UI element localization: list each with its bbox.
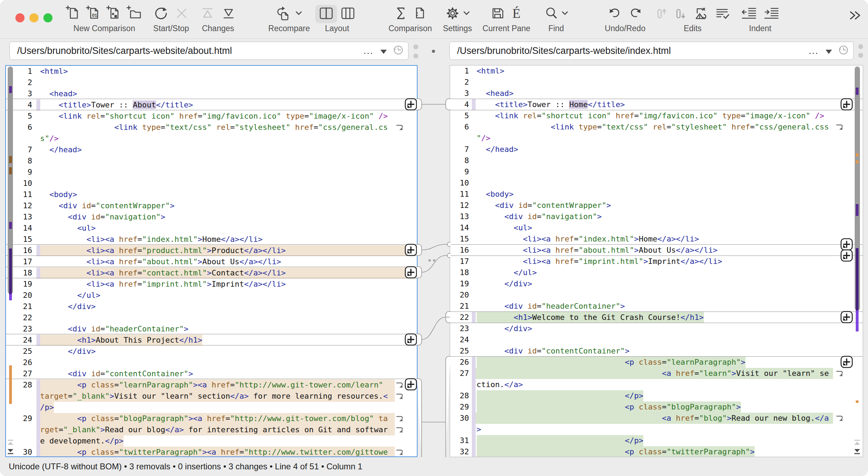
new-folder-comparison-button[interactable]	[124, 5, 146, 23]
new-binary-comparison-button[interactable]: 01	[83, 5, 104, 23]
new-image-comparison-button[interactable]	[104, 5, 124, 23]
indent-button[interactable]	[760, 5, 783, 23]
code-row-left-17: 17 <li><a href="about.html">About Us</a>…	[6, 256, 417, 267]
toolbar-group-changes: Changes	[197, 5, 239, 33]
code-text: <link type="text/css" rel="stylesheet" h…	[40, 122, 388, 133]
traffic-light-zoom[interactable]	[43, 13, 52, 22]
toolbar-group-comparison: Comparison	[388, 5, 432, 33]
line-number: 16	[11, 245, 32, 256]
copy-change-button[interactable]	[405, 266, 417, 279]
gutter-handle-dot[interactable]	[428, 259, 431, 261]
change-indicator-strip	[472, 435, 476, 446]
change-block-border	[6, 255, 417, 256]
code-row-right-7: 7 </head>	[450, 144, 863, 155]
outdent-button[interactable]	[738, 5, 760, 23]
toolbar-group-label: Undo/Redo	[605, 24, 645, 33]
line-number: 29	[450, 401, 469, 413]
code-row-left-7: 7 </head>	[6, 144, 417, 155]
left-file-path-field[interactable]: /Users/brunobrito/Sites/carparts-website…	[9, 42, 408, 60]
scroll-to-first-change-button[interactable]	[854, 440, 861, 446]
settings-gear-button[interactable]	[442, 5, 473, 23]
toolbar-group-find: Find	[541, 5, 571, 33]
version-history-icon[interactable]	[392, 44, 404, 58]
version-history-icon[interactable]	[837, 44, 849, 58]
text-encoding-button[interactable]: É	[508, 5, 525, 23]
recompare-button[interactable]	[273, 5, 305, 23]
code-row-left-24: 24 <h1>About This Project</h1>	[6, 335, 417, 346]
comparison-report-button[interactable]	[410, 5, 430, 23]
code-text: </p>	[477, 435, 644, 446]
line-number: 1	[11, 66, 32, 77]
new-text-comparison-button[interactable]	[63, 5, 83, 23]
push-change-up-button[interactable]	[652, 5, 671, 23]
line-number: 7	[11, 144, 32, 155]
scroll-to-first-change-button[interactable]	[7, 440, 14, 446]
scroll-to-last-change-button[interactable]	[854, 448, 861, 454]
path-menu-ellipsis-icon[interactable]: ...	[808, 46, 819, 56]
line-number: 15	[11, 234, 32, 245]
copy-change-button[interactable]	[840, 311, 853, 323]
chevron-down-icon	[463, 10, 470, 18]
document-map-marker	[856, 400, 859, 403]
path-menu-ellipsis-icon[interactable]: ...	[363, 46, 373, 56]
code-text: </head>	[40, 144, 82, 155]
toolbar-group-undo-redo: Undo/Redo	[604, 5, 646, 33]
change-indicator-strip	[472, 446, 476, 457]
code-row-wrap: /p>	[6, 402, 417, 413]
text-encoding-icon: É	[510, 5, 523, 23]
right-file-pane[interactable]: 1<html>23 <head>4 <title>Tower :: Home</…	[450, 65, 863, 457]
layout-three-panes-button[interactable]	[337, 5, 359, 23]
scroll-to-last-change-button[interactable]	[7, 448, 14, 454]
left-file-pane[interactable]: 1<html>23 <head>4 <title>Tower :: About<…	[5, 65, 418, 457]
code-text: <div id="contentContainer">	[40, 368, 193, 379]
code-row-right-1: 1<html>	[450, 65, 863, 77]
push-change-down-button[interactable]	[671, 5, 690, 23]
right-file-path-field[interactable]: /Users/brunobrito/Sites/carparts-website…	[449, 42, 854, 60]
copy-change-button[interactable]	[405, 244, 417, 256]
line-number: 20	[11, 290, 32, 301]
code-row-left-12: 12 <div id="contentWrapper">	[6, 200, 417, 211]
code-text: </div>	[40, 346, 96, 357]
copy-change-button[interactable]	[840, 98, 853, 111]
line-number: 12	[11, 200, 32, 211]
layout-two-panes-button[interactable]	[315, 5, 337, 23]
pane-link-dot	[858, 44, 863, 49]
next-change-button[interactable]	[218, 5, 239, 23]
gutter-handle-dot[interactable]	[433, 259, 435, 261]
previous-change-button[interactable]	[197, 5, 218, 23]
accept-edits-button[interactable]	[712, 5, 733, 23]
copy-change-button[interactable]	[840, 356, 853, 368]
comparison-summary-button[interactable]	[391, 5, 410, 23]
more-toolbar-items-icon[interactable]	[846, 8, 862, 24]
copy-change-button[interactable]	[840, 249, 853, 262]
line-number: 26	[11, 357, 32, 368]
path-dropdown-icon[interactable]	[826, 50, 832, 54]
start-button[interactable]	[150, 5, 172, 23]
toolbar-group-label: Edits	[684, 24, 701, 33]
traffic-light-minimize[interactable]	[29, 13, 38, 22]
code-text: <div id="navigation">	[477, 211, 602, 222]
save-button[interactable]	[488, 5, 508, 23]
line-number: 23	[450, 323, 469, 334]
redo-button[interactable]	[625, 5, 646, 23]
undo-button[interactable]	[604, 5, 625, 23]
line-wrap-icon	[395, 448, 404, 456]
change-indicator-strip	[472, 379, 476, 390]
push-change-up-icon	[654, 5, 668, 23]
change-block-border	[6, 244, 417, 245]
remove-edits-button[interactable]	[690, 5, 712, 23]
stop-button[interactable]	[172, 5, 192, 23]
code-text: <head>	[477, 88, 514, 99]
toolbar-group-label: Changes	[202, 24, 234, 33]
copy-change-button[interactable]	[405, 378, 417, 391]
find-button[interactable]	[541, 5, 571, 23]
code-text: <link rel="shortcut icon" href="img/favi…	[40, 111, 388, 122]
code-row-right-15: 15 <li><a href="index.html">Home</a></li…	[450, 233, 863, 245]
change-indicator-strip	[36, 424, 40, 435]
copy-change-button[interactable]	[405, 333, 417, 346]
code-row-wrap: ction.</a>	[450, 379, 863, 390]
path-dropdown-icon[interactable]	[380, 50, 387, 54]
copy-change-button[interactable]	[840, 238, 853, 251]
copy-change-button[interactable]	[405, 98, 417, 111]
traffic-light-close[interactable]	[15, 13, 24, 22]
